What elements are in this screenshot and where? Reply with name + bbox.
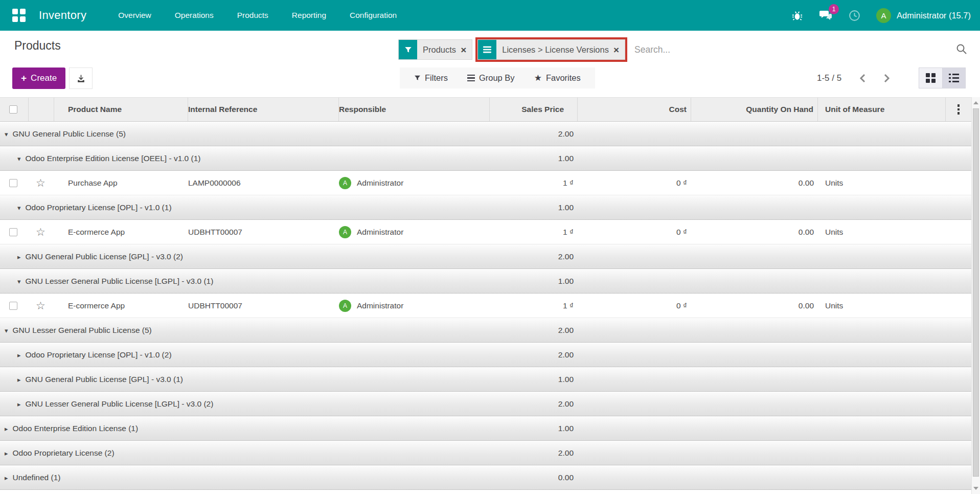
responsible-avatar: A xyxy=(339,226,351,238)
product-row[interactable]: ☆Purchase AppLAMP0000006AAdministrator1 … xyxy=(0,171,971,195)
group-by-button[interactable]: Group By xyxy=(467,73,515,83)
search-facet-products[interactable]: Products × xyxy=(398,39,472,60)
group-by-bars-icon xyxy=(478,40,496,59)
favorite-star-icon[interactable]: ☆ xyxy=(36,177,45,189)
messages-count-badge: 1 xyxy=(829,4,839,14)
group-row[interactable]: ▾GNU Lesser General Public License (5)2.… xyxy=(0,318,971,343)
top-menu-item-configuration[interactable]: Configuration xyxy=(350,11,397,20)
search-facet-groupby[interactable]: Licenses > License Versions × xyxy=(477,39,625,60)
apps-menu-icon[interactable] xyxy=(12,9,26,22)
group-row[interactable]: ▾Odoo Proprietary License [OPL] - v1.0 (… xyxy=(0,195,971,220)
favorite-star-icon[interactable]: ☆ xyxy=(36,226,45,238)
create-button[interactable]: + Create xyxy=(12,68,65,89)
top-menu-item-reporting[interactable]: Reporting xyxy=(292,11,326,20)
favorite-star-icon[interactable]: ☆ xyxy=(36,300,45,312)
group-row[interactable]: ▸Odoo Proprietary License [OPL] - v1.0 (… xyxy=(0,343,971,367)
group-collapsed-icon: ▸ xyxy=(17,253,21,261)
group-sales-price-aggregate: 1.00 xyxy=(490,417,578,440)
group-label[interactable]: ▸Undefined (1) xyxy=(0,473,490,482)
pager-next-icon[interactable] xyxy=(883,74,891,83)
group-expanded-icon: ▾ xyxy=(17,155,21,163)
quantity-on-hand-cell: 0.00 xyxy=(691,294,818,318)
product-name-cell: E-cormerce App xyxy=(54,294,188,318)
filters-button[interactable]: Filters xyxy=(414,73,448,83)
group-label[interactable]: ▸GNU General Public License [GPL] - v3.0… xyxy=(0,252,490,261)
top-menu-item-operations[interactable]: Operations xyxy=(175,11,214,20)
group-row[interactable]: ▾Odoo Enterprise Edition License [OEEL] … xyxy=(0,146,971,171)
column-header-cost[interactable]: Cost xyxy=(578,98,691,121)
group-collapsed-icon: ▸ xyxy=(5,474,8,482)
group-label[interactable]: ▾GNU Lesser General Public License (5) xyxy=(0,326,490,335)
kanban-view-button[interactable] xyxy=(919,68,942,88)
scroll-up-icon[interactable] xyxy=(972,99,980,107)
row-select-checkbox[interactable] xyxy=(9,302,17,310)
group-label[interactable]: ▾Odoo Proprietary License [OPL] - v1.0 (… xyxy=(0,203,490,212)
top-menu: OverviewOperationsProductsReportingConfi… xyxy=(118,11,397,20)
facet-close-icon[interactable]: × xyxy=(461,45,466,55)
group-sales-price-aggregate: 2.00 xyxy=(490,245,578,268)
top-menu-item-products[interactable]: Products xyxy=(237,11,268,20)
app-brand[interactable]: Inventory xyxy=(39,9,86,22)
facet-label: Products xyxy=(423,45,456,55)
column-header-product-name[interactable]: Product Name xyxy=(54,98,188,121)
group-expanded-icon: ▾ xyxy=(5,327,8,334)
group-label[interactable]: ▸Odoo Proprietary License [OPL] - v1.0 (… xyxy=(0,350,490,360)
group-label[interactable]: ▾GNU Lesser General Public License [LGPL… xyxy=(0,277,490,286)
activities-clock-icon[interactable] xyxy=(848,9,861,22)
group-label[interactable]: ▸GNU General Public License [GPL] - v3.0… xyxy=(0,375,490,384)
group-row[interactable]: ▾GNU General Public License (5)2.00 xyxy=(0,122,971,146)
group-label[interactable]: ▾GNU General Public License (5) xyxy=(0,129,490,139)
group-row[interactable]: ▸Odoo Enterprise Edition License (1)1.00 xyxy=(0,416,971,441)
messages-icon[interactable]: 1 xyxy=(819,9,832,22)
top-menu-item-overview[interactable]: Overview xyxy=(118,11,151,20)
optional-columns-icon[interactable] xyxy=(958,104,960,115)
group-row[interactable]: ▾GNU Lesser General Public License [LGPL… xyxy=(0,269,971,294)
column-header-responsible[interactable]: Responsible xyxy=(339,98,490,121)
row-select-checkbox[interactable] xyxy=(9,228,17,236)
scroll-down-icon[interactable] xyxy=(972,484,980,492)
vertical-scrollbar[interactable] xyxy=(971,97,980,494)
debug-bug-icon[interactable] xyxy=(790,9,804,22)
control-panel: Products Products × Licenses > License V… xyxy=(0,31,980,97)
column-header-sales-price[interactable]: Sales Price xyxy=(490,98,578,121)
search-input[interactable]: Search... xyxy=(634,44,670,55)
group-sales-price-aggregate: 2.00 xyxy=(490,392,578,416)
group-label[interactable]: ▸Odoo Proprietary License (2) xyxy=(0,448,490,458)
column-header-quantity-on-hand[interactable]: Quantity On Hand xyxy=(691,98,818,121)
quantity-on-hand-cell: 0.00 xyxy=(691,220,818,244)
quantity-on-hand-cell: 0.00 xyxy=(691,171,818,195)
user-menu[interactable]: A Administrator (15.7) xyxy=(876,8,971,23)
search-magnifier-icon[interactable] xyxy=(955,43,968,55)
group-row[interactable]: ▸Odoo Proprietary License (2)2.00 xyxy=(0,441,971,465)
product-row[interactable]: ☆E-cormerce AppUDBHTT00007AAdministrator… xyxy=(0,220,971,244)
sales-price-cell: 1 ₫ xyxy=(490,220,578,244)
group-row[interactable]: ▸Undefined (1)0.00 xyxy=(0,465,971,490)
group-name: GNU General Public License (5) xyxy=(13,129,126,139)
favorites-button[interactable]: ★ Favorites xyxy=(534,73,581,83)
row-select-checkbox[interactable] xyxy=(9,179,17,187)
group-expanded-icon: ▾ xyxy=(17,278,21,285)
cost-cell: 0 ₫ xyxy=(578,171,691,195)
group-name: GNU Lesser General Public License (5) xyxy=(13,326,152,335)
group-name: Odoo Proprietary License (2) xyxy=(13,448,115,458)
group-row[interactable]: ▸GNU General Public License [GPL] - v3.0… xyxy=(0,367,971,392)
column-header-unit-of-measure[interactable]: Unit of Measure xyxy=(818,98,946,121)
product-row[interactable]: ☆E-cormerce AppUDBHTT00007AAdministrator… xyxy=(0,294,971,318)
export-button[interactable] xyxy=(69,68,93,89)
scrollbar-thumb[interactable] xyxy=(973,108,979,477)
group-label[interactable]: ▸Odoo Enterprise Edition License (1) xyxy=(0,424,490,433)
pager-previous-icon[interactable] xyxy=(859,74,866,83)
group-row[interactable]: ▸GNU Lesser General Public License [LGPL… xyxy=(0,392,971,416)
facet-close-icon[interactable]: × xyxy=(613,45,619,55)
responsible-cell: AAdministrator xyxy=(339,171,490,195)
page-title: Products xyxy=(14,39,61,53)
list-view-button[interactable] xyxy=(942,68,966,88)
group-name: Odoo Enterprise Edition License (1) xyxy=(13,424,139,433)
user-name: Administrator (15.7) xyxy=(897,11,971,20)
group-row[interactable]: ▸GNU General Public License [GPL] - v3.0… xyxy=(0,244,971,269)
group-label[interactable]: ▾Odoo Enterprise Edition License [OEEL] … xyxy=(0,154,490,163)
column-header-internal-reference[interactable]: Internal Reference xyxy=(188,98,339,121)
group-label[interactable]: ▸GNU Lesser General Public License [LGPL… xyxy=(0,399,490,409)
search-bar[interactable]: Products × Licenses > License Versions ×… xyxy=(398,39,670,60)
select-all-checkbox[interactable] xyxy=(9,105,17,114)
